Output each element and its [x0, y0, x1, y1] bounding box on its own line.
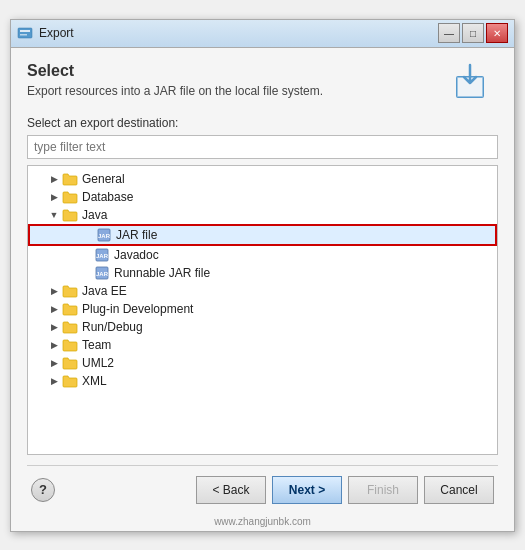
folder-icon-java-ee: [62, 284, 78, 298]
tree-item-java-ee[interactable]: Java EE: [28, 282, 497, 300]
tree-item-database[interactable]: Database: [28, 188, 497, 206]
arrow-java-ee: [48, 285, 60, 297]
svg-text:JAR: JAR: [96, 271, 109, 277]
tree-label-uml2: UML2: [82, 356, 114, 370]
jar-file-icon: JAR: [96, 228, 112, 242]
export-dialog: Export — □ ✕ Select Export resources int…: [10, 19, 515, 532]
tree-item-javadoc[interactable]: JAR Javadoc: [28, 246, 497, 264]
folder-icon-plugin: [62, 302, 78, 316]
next-button[interactable]: Next >: [272, 476, 342, 504]
tree-label-database: Database: [82, 190, 133, 204]
maximize-button[interactable]: □: [462, 23, 484, 43]
window-controls: — □ ✕: [438, 23, 508, 43]
arrow-plugin: [48, 303, 60, 315]
folder-icon-database: [62, 190, 78, 204]
arrow-database: [48, 191, 60, 203]
tree-label-team: Team: [82, 338, 111, 352]
close-button[interactable]: ✕: [486, 23, 508, 43]
folder-icon-run-debug: [62, 320, 78, 334]
folder-icon-java: [62, 208, 78, 222]
svg-rect-0: [18, 28, 32, 38]
tree-item-uml2[interactable]: UML2: [28, 354, 497, 372]
svg-rect-1: [20, 30, 30, 32]
arrow-run-debug: [48, 321, 60, 333]
finish-button[interactable]: Finish: [348, 476, 418, 504]
tree-item-jar-file[interactable]: JAR JAR file: [28, 224, 497, 246]
divider: [27, 465, 498, 466]
folder-icon-team: [62, 338, 78, 352]
help-button[interactable]: ?: [31, 478, 55, 502]
dialog-description: Export resources into a JAR file on the …: [27, 84, 442, 98]
folder-icon-uml2: [62, 356, 78, 370]
arrow-team: [48, 339, 60, 351]
filter-input[interactable]: [27, 135, 498, 159]
tree-label-javadoc: Javadoc: [114, 248, 159, 262]
svg-text:JAR: JAR: [98, 233, 111, 239]
dialog-title: Select: [27, 62, 442, 80]
export-icon: [455, 63, 493, 101]
tree-label-runnable-jar: Runnable JAR file: [114, 266, 210, 280]
tree-item-general[interactable]: General: [28, 170, 497, 188]
tree-label-general: General: [82, 172, 125, 186]
javadoc-icon: JAR: [94, 248, 110, 262]
tree-label-java: Java: [82, 208, 107, 222]
arrow-java: [48, 209, 60, 221]
runnable-jar-icon: JAR: [94, 266, 110, 280]
tree-label-run-debug: Run/Debug: [82, 320, 143, 334]
button-row: ? < Back Next > Finish Cancel: [27, 476, 498, 504]
nav-buttons: < Back Next > Finish Cancel: [196, 476, 494, 504]
tree-item-java[interactable]: Java: [28, 206, 497, 224]
arrow-javadoc: [80, 249, 92, 261]
tree-item-runnable-jar[interactable]: JAR Runnable JAR file: [28, 264, 497, 282]
titlebar: Export — □ ✕: [11, 20, 514, 48]
window-title: Export: [39, 26, 438, 40]
arrow-jar: [82, 229, 94, 241]
header-icon-box: [450, 62, 498, 102]
tree-item-run-debug[interactable]: Run/Debug: [28, 318, 497, 336]
cancel-button[interactable]: Cancel: [424, 476, 494, 504]
tree-label-java-ee: Java EE: [82, 284, 127, 298]
arrow-xml: [48, 375, 60, 387]
dialog-content: Select Export resources into a JAR file …: [11, 48, 514, 514]
watermark: www.zhangjunbk.com: [11, 514, 514, 531]
header-section: Select Export resources into a JAR file …: [27, 62, 498, 102]
tree-label-plugin-dev: Plug-in Development: [82, 302, 193, 316]
tree-item-xml[interactable]: XML: [28, 372, 497, 390]
tree-item-plugin-dev[interactable]: Plug-in Development: [28, 300, 497, 318]
tree-container[interactable]: General Database Java: [27, 165, 498, 455]
arrow-runnable: [80, 267, 92, 279]
tree-item-team[interactable]: Team: [28, 336, 497, 354]
arrow-general: [48, 173, 60, 185]
arrow-uml2: [48, 357, 60, 369]
svg-rect-2: [20, 34, 27, 36]
filter-label: Select an export destination:: [27, 116, 498, 130]
back-button[interactable]: < Back: [196, 476, 266, 504]
tree-label-xml: XML: [82, 374, 107, 388]
minimize-button[interactable]: —: [438, 23, 460, 43]
header-text: Select Export resources into a JAR file …: [27, 62, 442, 98]
folder-icon-xml: [62, 374, 78, 388]
folder-icon-general: [62, 172, 78, 186]
tree-label-jar-file: JAR file: [116, 228, 157, 242]
window-icon: [17, 25, 33, 41]
svg-text:JAR: JAR: [96, 253, 109, 259]
